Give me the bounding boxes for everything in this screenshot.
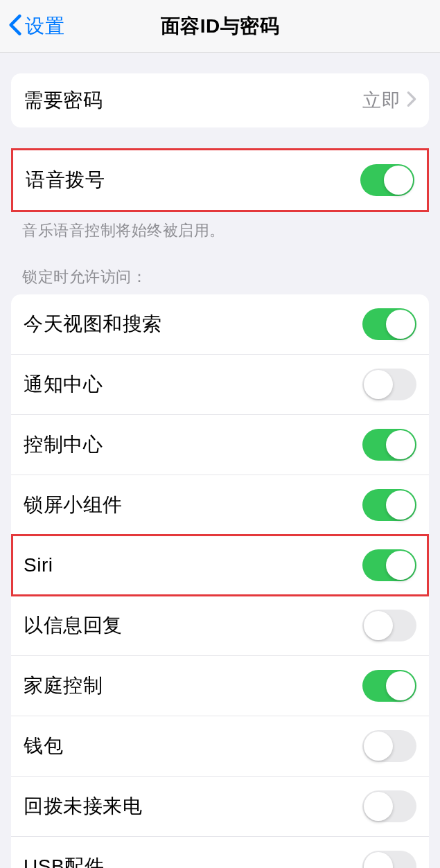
lock-access-item-label: 控制中心 bbox=[24, 432, 103, 458]
voice-dial-label: 语音拨号 bbox=[26, 167, 105, 193]
chevron-left-icon bbox=[8, 14, 22, 39]
toggle-knob bbox=[364, 370, 393, 399]
toggle-knob bbox=[364, 852, 393, 868]
voice-dial-footer: 音乐语音控制将始终被启用。 bbox=[0, 212, 440, 242]
chevron-right-icon bbox=[407, 91, 416, 110]
back-label: 设置 bbox=[25, 13, 65, 39]
lock-access-row: 钱包 bbox=[11, 716, 429, 777]
lock-access-row: 以信息回复 bbox=[11, 596, 429, 656]
toggle-knob bbox=[386, 490, 415, 520]
lock-access-toggle[interactable] bbox=[362, 429, 416, 461]
lock-access-item-label: Siri bbox=[24, 554, 53, 576]
lock-access-row: 回拨未接来电 bbox=[11, 777, 429, 837]
lock-access-header: 锁定时允许访问： bbox=[0, 267, 440, 294]
toggle-knob bbox=[384, 166, 413, 195]
lock-access-toggle[interactable] bbox=[362, 369, 416, 400]
lock-access-toggle[interactable] bbox=[362, 610, 416, 641]
lock-access-item-label: 锁屏小组件 bbox=[24, 492, 123, 518]
lock-access-item-label: 今天视图和搜索 bbox=[24, 311, 162, 337]
toggle-knob bbox=[386, 551, 415, 580]
require-passcode-row[interactable]: 需要密码 立即 bbox=[11, 73, 429, 127]
toggle-knob bbox=[386, 310, 415, 339]
voice-dial-group: 语音拨号 bbox=[11, 148, 429, 212]
lock-access-toggle[interactable] bbox=[362, 549, 416, 581]
lock-access-item-label: 钱包 bbox=[24, 733, 63, 759]
back-button[interactable]: 设置 bbox=[0, 13, 65, 39]
require-passcode-value: 立即 bbox=[362, 88, 401, 113]
toggle-knob bbox=[386, 671, 415, 700]
lock-access-toggle[interactable] bbox=[362, 790, 416, 822]
nav-bar: 设置 面容ID与密码 bbox=[0, 0, 440, 53]
require-passcode-value-wrap: 立即 bbox=[362, 88, 416, 113]
lock-access-item-label: 以信息回复 bbox=[24, 612, 123, 639]
lock-access-row: 通知中心 bbox=[11, 355, 429, 415]
lock-access-toggle[interactable] bbox=[362, 730, 416, 762]
toggle-knob bbox=[364, 792, 393, 821]
lock-access-item-label: 家庭控制 bbox=[24, 673, 103, 699]
toggle-knob bbox=[364, 732, 393, 761]
require-passcode-label: 需要密码 bbox=[24, 87, 103, 114]
lock-access-toggle[interactable] bbox=[362, 851, 416, 868]
toggle-knob bbox=[364, 611, 393, 640]
lock-access-row: Siri bbox=[11, 535, 429, 596]
lock-access-group: 今天视图和搜索通知中心控制中心锁屏小组件Siri以信息回复家庭控制钱包回拨未接来… bbox=[11, 294, 429, 868]
voice-dial-toggle[interactable] bbox=[360, 164, 414, 196]
lock-access-row: 控制中心 bbox=[11, 415, 429, 475]
lock-access-toggle[interactable] bbox=[362, 489, 416, 521]
lock-access-row: USB配件 bbox=[11, 837, 429, 868]
lock-access-item-label: 通知中心 bbox=[24, 371, 103, 398]
lock-access-toggle[interactable] bbox=[362, 308, 416, 340]
lock-access-row: 今天视图和搜索 bbox=[11, 294, 429, 355]
toggle-knob bbox=[386, 430, 415, 459]
lock-access-row: 家庭控制 bbox=[11, 656, 429, 716]
lock-access-item-label: 回拨未接来电 bbox=[24, 793, 142, 820]
voice-dial-row: 语音拨号 bbox=[13, 150, 427, 210]
require-passcode-group: 需要密码 立即 bbox=[11, 73, 429, 127]
page-title: 面容ID与密码 bbox=[161, 13, 280, 39]
lock-access-row: 锁屏小组件 bbox=[11, 475, 429, 535]
lock-access-item-label: USB配件 bbox=[24, 853, 104, 868]
lock-access-toggle[interactable] bbox=[362, 670, 416, 702]
